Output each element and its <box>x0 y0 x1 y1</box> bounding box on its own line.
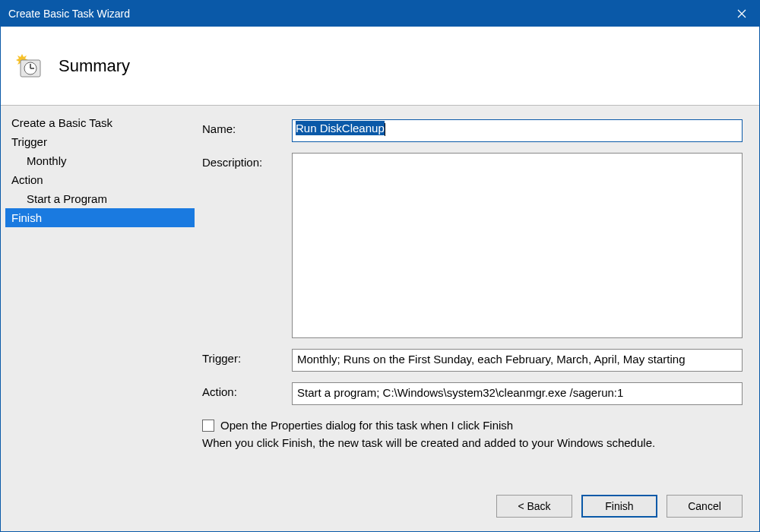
cancel-button[interactable]: Cancel <box>667 495 743 518</box>
name-input[interactable]: Run DiskCleanup <box>292 119 743 142</box>
wizard-header: Summary <box>1 27 759 106</box>
options-area: Open the Properties dialog for this task… <box>202 419 743 449</box>
wizard-window: Create Basic Task Wizard Summary Create … <box>0 0 760 532</box>
window-title: Create Basic Task Wizard <box>8 8 130 20</box>
step-trigger[interactable]: Trigger <box>5 132 195 151</box>
page-title: Summary <box>59 56 130 76</box>
wizard-body: Create a Basic Task Trigger Monthly Acti… <box>1 106 759 531</box>
step-finish[interactable]: Finish <box>5 208 195 227</box>
action-summary[interactable]: Start a program; C:\Windows\system32\cle… <box>292 382 743 405</box>
action-label: Action: <box>202 382 286 405</box>
open-properties-row: Open the Properties dialog for this task… <box>202 419 743 432</box>
summary-form: Name: Run DiskCleanup Description: Trigg… <box>202 119 743 405</box>
titlebar: Create Basic Task Wizard <box>1 1 759 27</box>
close-button[interactable] <box>724 1 759 27</box>
trigger-label: Trigger: <box>202 349 286 372</box>
back-button[interactable]: < Back <box>496 495 572 518</box>
step-action-start-program[interactable]: Start a Program <box>5 189 195 208</box>
wizard-content: Name: Run DiskCleanup Description: Trigg… <box>195 106 759 531</box>
wizard-steps: Create a Basic Task Trigger Monthly Acti… <box>1 106 195 531</box>
trigger-summary[interactable]: Monthly; Runs on the First Sunday, each … <box>292 349 743 372</box>
finish-note: When you click Finish, the new task will… <box>202 436 743 449</box>
name-label: Name: <box>202 119 286 142</box>
text-caret <box>385 123 385 136</box>
description-input[interactable] <box>292 153 743 338</box>
step-create-basic-task[interactable]: Create a Basic Task <box>5 113 195 132</box>
task-scheduler-icon <box>16 52 43 80</box>
open-properties-checkbox[interactable] <box>202 420 214 432</box>
step-trigger-monthly[interactable]: Monthly <box>5 151 195 170</box>
button-row: < Back Finish Cancel <box>202 484 743 525</box>
description-label: Description: <box>202 153 286 338</box>
step-action[interactable]: Action <box>5 170 195 189</box>
finish-button[interactable]: Finish <box>581 495 657 518</box>
name-input-value: Run DiskCleanup <box>296 121 385 135</box>
close-icon <box>737 9 746 18</box>
open-properties-label: Open the Properties dialog for this task… <box>220 419 513 432</box>
